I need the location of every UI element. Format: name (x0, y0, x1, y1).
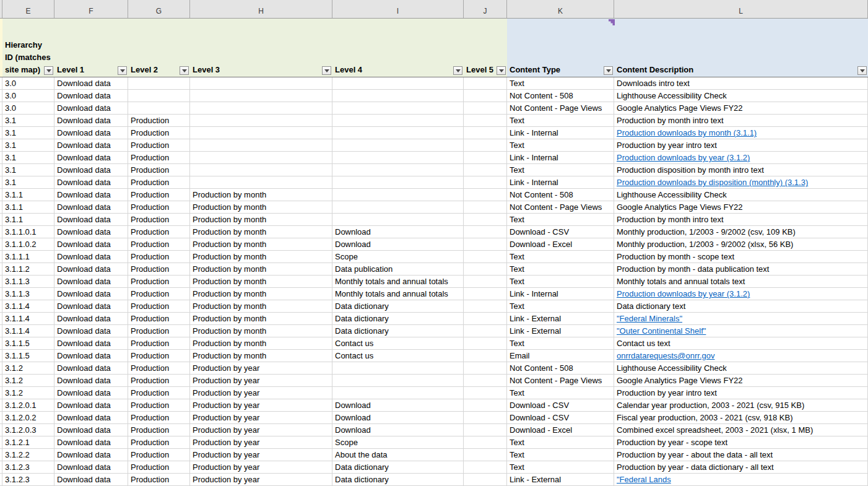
cell-content-description[interactable]: Monthly production, 1/2003 - 9/2002 (csv… (614, 226, 868, 238)
cell-hierarchy-id[interactable]: 3.1.1.0.2 (2, 238, 54, 251)
cell-level-5[interactable] (464, 375, 507, 387)
cell-level-2[interactable]: Production (128, 387, 190, 399)
cell-level-5[interactable] (464, 337, 507, 350)
cell-hierarchy-id[interactable]: 3.1.2 (2, 387, 54, 399)
cell-level-2[interactable]: Production (128, 201, 190, 214)
cell-level-5[interactable] (464, 90, 507, 102)
cell-content-type[interactable]: Not Content - 508 (507, 90, 614, 102)
cell-hierarchy-id[interactable]: 3.1.1.5 (2, 337, 54, 350)
cell-level-2[interactable]: Production (128, 189, 190, 201)
cell-level-1[interactable]: Download data (54, 325, 128, 337)
cell-level-4[interactable]: Download (332, 412, 464, 424)
cell-content-description[interactable]: Lighthouse Accessibility Check (614, 362, 868, 375)
cell-level-4[interactable] (332, 164, 464, 176)
cell-content-type[interactable]: Text (507, 449, 614, 461)
cell-level-2[interactable]: Production (128, 127, 190, 139)
cell-level-3[interactable]: Production by month (190, 276, 332, 288)
cell-level-3[interactable] (190, 164, 332, 176)
cell-hierarchy-id[interactable]: 3.1 (2, 176, 54, 189)
cell-level-2[interactable]: Production (128, 399, 190, 412)
cell-content-description[interactable]: Downloads intro text (614, 77, 868, 90)
cell-level-1[interactable]: Download data (54, 127, 128, 139)
cell-hierarchy-id[interactable]: 3.1 (2, 152, 54, 164)
cell-level-3[interactable]: Production by year (190, 424, 332, 436)
cell-level-5[interactable] (464, 424, 507, 436)
cell-hierarchy-id[interactable]: 3.1.2.0.1 (2, 399, 54, 412)
cell-level-5[interactable] (464, 77, 507, 90)
cell-level-3[interactable]: Production by year (190, 436, 332, 449)
cell-content-description[interactable]: Fiscal year production, 2003 - 2021 (csv… (614, 412, 868, 424)
cell-content-description[interactable]: Lighthouse Accessibility Check (614, 90, 868, 102)
cell-content-type[interactable]: Text (507, 251, 614, 263)
cell-hierarchy-id[interactable]: 3.1.2.3 (2, 474, 54, 486)
cell-level-5[interactable] (464, 115, 507, 127)
cell-level-4[interactable]: Data dictionary (332, 474, 464, 486)
hyperlink[interactable]: Production downloads by year (3.1.2) (617, 153, 750, 162)
cell-level-3[interactable]: Production by month (190, 313, 332, 325)
cell-level-1[interactable]: Download data (54, 337, 128, 350)
cell-content-description[interactable]: Production by month intro text (614, 214, 868, 226)
cell-content-type[interactable]: Text (507, 77, 614, 90)
cell-content-description[interactable]: Monthly totals and annual totals text (614, 276, 868, 288)
cell-level-1[interactable]: Download data (54, 176, 128, 189)
cell-level-1[interactable]: Download data (54, 461, 128, 474)
cell-level-4[interactable] (332, 77, 464, 90)
cell-level-3[interactable]: Production by year (190, 399, 332, 412)
cell-hierarchy-id[interactable]: 3.1 (2, 115, 54, 127)
cell-content-type[interactable]: Not Content - 508 (507, 362, 614, 375)
filter-button[interactable] (180, 66, 189, 75)
cell-content-type[interactable]: Text (507, 139, 614, 152)
cell-level-2[interactable]: Production (128, 276, 190, 288)
cell-content-description[interactable]: Production by month - data publication t… (614, 263, 868, 276)
cell-level-3[interactable] (190, 115, 332, 127)
cell-level-2[interactable]: Production (128, 238, 190, 251)
cell-content-description[interactable]: Production by year - data dictionary - a… (614, 461, 868, 474)
cell-level-4[interactable] (332, 214, 464, 226)
cell-content-description[interactable]: Google Analytics Page Views FY22 (614, 102, 868, 115)
cell-content-type[interactable]: Link - External (507, 474, 614, 486)
cell-level-1[interactable]: Download data (54, 412, 128, 424)
filter-button[interactable] (497, 66, 506, 75)
cell-level-4[interactable]: Download (332, 226, 464, 238)
filter-button[interactable] (322, 66, 331, 75)
cell-level-3[interactable]: Production by year (190, 461, 332, 474)
filter-button[interactable] (453, 66, 462, 75)
cell-level-3[interactable]: Production by month (190, 201, 332, 214)
cell-content-description[interactable]: Google Analytics Page Views FY22 (614, 201, 868, 214)
filter-button[interactable] (118, 66, 127, 75)
cell-level-2[interactable]: Production (128, 226, 190, 238)
cell-level-5[interactable] (464, 412, 507, 424)
cell-content-type[interactable]: Text (507, 387, 614, 399)
cell-level-2[interactable] (128, 102, 190, 115)
cell-level-5[interactable] (464, 436, 507, 449)
cell-hierarchy-id[interactable]: 3.1.2 (2, 362, 54, 375)
cell-content-description[interactable]: Monthly production, 1/2003 - 9/2002 (xls… (614, 238, 868, 251)
cell-content-description[interactable]: Google Analytics Page Views FY22 (614, 375, 868, 387)
cell-level-1[interactable]: Download data (54, 164, 128, 176)
cell-level-3[interactable]: Production by year (190, 449, 332, 461)
cell-level-1[interactable]: Download data (54, 102, 128, 115)
cell-level-5[interactable] (464, 176, 507, 189)
cell-hierarchy-id[interactable]: 3.1.1.1 (2, 251, 54, 263)
cell-level-5[interactable] (464, 300, 507, 313)
cell-level-2[interactable]: Production (128, 288, 190, 300)
cell-level-2[interactable] (128, 90, 190, 102)
column-letter-g[interactable]: G (128, 0, 190, 18)
cell-level-2[interactable]: Production (128, 325, 190, 337)
cell-level-1[interactable]: Download data (54, 263, 128, 276)
cell-hierarchy-id[interactable]: 3.1 (2, 127, 54, 139)
cell-level-3[interactable]: Production by month (190, 226, 332, 238)
cell-content-type[interactable]: Download - CSV (507, 226, 614, 238)
cell-level-1[interactable]: Download data (54, 90, 128, 102)
cell-level-4[interactable] (332, 189, 464, 201)
cell-level-5[interactable] (464, 449, 507, 461)
cell-content-type[interactable]: Link - External (507, 313, 614, 325)
cell-level-3[interactable] (190, 152, 332, 164)
cell-level-1[interactable]: Download data (54, 139, 128, 152)
cell-level-5[interactable] (464, 362, 507, 375)
cell-level-5[interactable] (464, 474, 507, 486)
cell-level-1[interactable]: Download data (54, 288, 128, 300)
cell-level-4[interactable]: Monthly totals and annual totals (332, 288, 464, 300)
cell-hierarchy-id[interactable]: 3.1.1.4 (2, 313, 54, 325)
cell-content-description[interactable]: Production downloads by disposition (mon… (614, 176, 868, 189)
